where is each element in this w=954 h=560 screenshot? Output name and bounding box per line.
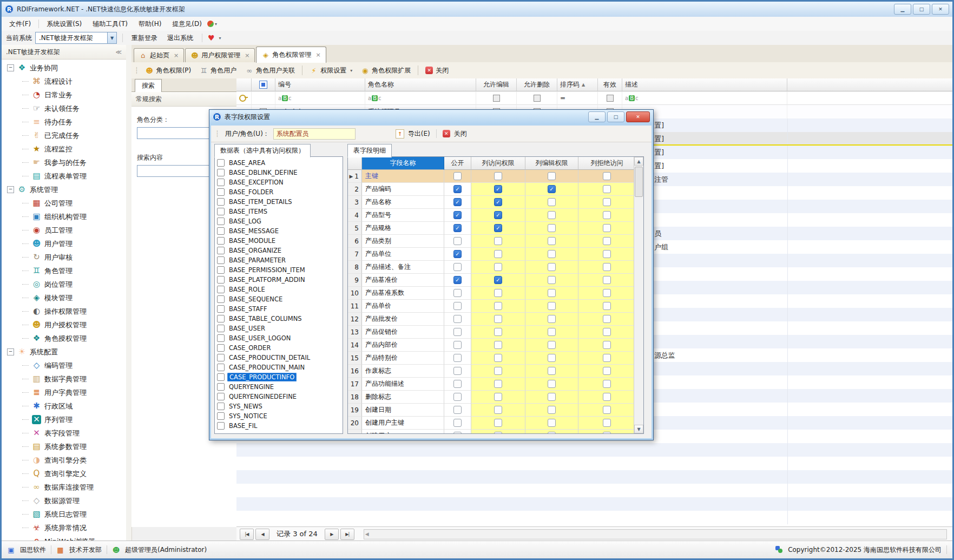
scroll-down-icon[interactable]: ▼ [634,425,643,433]
table-list-item[interactable]: BASE_ROLE [215,285,343,294]
field-row[interactable]: 3产品名称✓✓ [348,196,643,209]
table-checkbox[interactable] [217,364,225,371]
field-row[interactable]: 17产品功能描述 [348,378,643,391]
field-access-checkbox[interactable] [494,172,502,180]
field-access-checkbox[interactable] [494,263,502,271]
field-name-cell[interactable]: 产品单价 [362,300,444,313]
scroll-left-icon[interactable]: ◀ [365,531,369,537]
close-button[interactable]: ✕ [932,4,949,15]
menu-item[interactable]: 系统设置(S) [41,18,87,30]
dialog-minimize-button[interactable]: ▁ [588,111,606,122]
field-edit-checkbox[interactable] [548,354,556,362]
field-row[interactable]: 9产品基准价✓✓ [348,274,643,287]
tree-group[interactable]: −❖业务协同 [2,61,126,75]
field-open-checkbox[interactable] [453,432,462,434]
field-name-cell[interactable]: 产品名称 [362,196,444,209]
table-row[interactable] [236,470,952,484]
toolbar-button[interactable]: ∞角色用户关联 [241,64,299,77]
field-deny-checkbox[interactable] [603,185,611,193]
field-edit-checkbox[interactable] [548,276,556,284]
field-edit-checkbox[interactable] [548,406,556,414]
field-deny-checkbox[interactable] [603,302,611,310]
field-open-checkbox[interactable] [453,380,462,388]
field-name-cell[interactable]: 产品描述、备注 [362,261,444,274]
field-edit-checkbox[interactable] [548,380,556,388]
field-access-checkbox[interactable] [494,393,502,401]
next-record-button[interactable]: ▶ [325,529,339,540]
field-open-checkbox[interactable] [453,393,462,401]
field-edit-checkbox[interactable] [548,367,556,375]
table-row[interactable] [236,497,952,511]
table-checkbox[interactable] [217,422,225,430]
field-access-checkbox[interactable] [494,237,502,245]
scrollbar-thumb[interactable] [635,167,643,197]
field-deny-checkbox[interactable] [603,406,611,414]
tree-item[interactable]: ◔日常业务 [2,88,126,102]
table-checkbox[interactable] [217,198,225,206]
table-list-item[interactable]: BASE_ORGANIZE [215,246,343,255]
field-open-checkbox[interactable] [453,354,462,362]
field-deny-checkbox[interactable] [603,367,611,375]
table-list-item[interactable]: SYS_NEWS [215,401,343,411]
tree-item[interactable]: ∞数据库连接管理 [2,480,126,494]
tree-item[interactable]: ✌已完成任务 [2,129,126,142]
menu-item[interactable]: 帮助(H) [133,18,167,30]
field-row[interactable]: 5产品规格✓✓ [348,222,643,235]
field-access-checkbox[interactable] [494,367,502,375]
dialog-close-button[interactable]: ✕ [626,111,650,122]
field-open-checkbox[interactable]: ✓ [453,198,462,206]
field-open-checkbox[interactable] [453,172,462,180]
field-column-header[interactable]: 公开 [444,157,471,170]
table-list-item[interactable]: BASE_AREA [215,158,343,168]
table-list-item[interactable]: BASE_FIL [215,421,343,431]
column-header[interactable]: 排序码▲ [557,78,598,91]
field-open-checkbox[interactable] [453,328,462,336]
table-list-item[interactable]: BASE_TABLE_COLUMNS [215,314,343,324]
collapse-sidebar-icon[interactable]: ≪ [115,49,122,56]
tree-item[interactable]: ❖角色授权管理 [2,332,126,345]
feedback-dropdown-caret-icon[interactable]: ▾ [215,22,217,27]
field-access-checkbox[interactable] [494,380,502,388]
tree-item[interactable]: ↻用户审核 [2,251,126,264]
field-deny-checkbox[interactable] [603,237,611,245]
field-name-cell[interactable]: 产品规格 [362,222,444,235]
system-selector[interactable]: .NET敏捷开发框架 ▼ [35,32,117,44]
table-checkbox[interactable] [217,256,225,264]
table-checkbox[interactable] [217,354,225,361]
tab-data-tables[interactable]: 数据表（选中具有访问权限） [214,144,311,157]
field-access-checkbox[interactable]: ✓ [494,198,502,206]
tree-item[interactable]: ◉员工管理 [2,223,126,237]
filter-cell[interactable]: = [557,91,598,105]
field-row[interactable]: 21创建用户 [348,430,643,434]
filter-cell[interactable]: aBc [622,91,787,105]
field-row[interactable]: 20创建用户主键 [348,417,643,430]
previous-record-button[interactable]: ◀ [255,529,269,540]
table-checkbox[interactable] [217,383,225,391]
field-edit-checkbox[interactable] [548,198,556,206]
field-open-checkbox[interactable]: ✓ [453,224,462,232]
field-access-checkbox[interactable]: ✓ [494,224,502,232]
field-row[interactable]: 15产品特别价 [348,352,643,365]
table-checkbox[interactable] [217,393,225,400]
field-column-header[interactable]: 列拒绝访问 [578,157,635,170]
toolbar-button[interactable]: ♊角色用户 [196,64,240,77]
filter-cell[interactable]: aBc [365,91,476,105]
field-edit-checkbox[interactable] [548,315,556,323]
tree-item[interactable]: ≣用户字典管理 [2,386,126,399]
table-list-item[interactable]: BASE_PERMISSION_ITEM [215,265,343,275]
table-list-item[interactable]: SYS_NOTICE [215,411,343,421]
tab-document[interactable]: ⌂起始页× [134,48,184,62]
last-record-button[interactable]: ▶| [340,529,354,540]
tab-search[interactable]: 搜索 [135,79,162,92]
vertical-scrollbar[interactable]: ▲ ▼ [634,157,643,433]
tree-item[interactable]: ✱行政区域 [2,399,126,413]
tree-group[interactable]: −☀系统配置 [2,345,126,359]
field-open-checkbox[interactable] [453,237,462,245]
toolbar-button[interactable]: ⚡权限设置▾ [306,64,356,77]
table-list-item[interactable]: BASE_STAFF [215,304,343,314]
table-list-item[interactable]: BASE_PLATFORM_ADDIN [215,275,343,285]
field-name-cell[interactable]: 产品编码 [362,183,444,196]
table-checkbox[interactable] [217,218,225,225]
table-checkbox[interactable] [217,169,225,176]
field-row[interactable]: 7产品单位✓ [348,248,643,261]
